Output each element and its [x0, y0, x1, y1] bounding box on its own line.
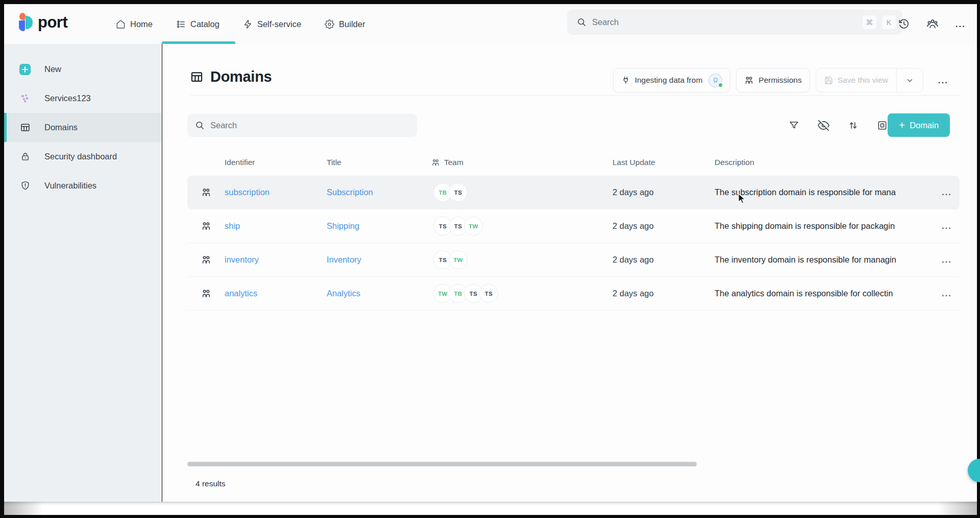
sidebar-domains-label: Domains	[44, 123, 78, 132]
frame-border	[0, 0, 980, 4]
team-avatar: TS	[449, 183, 468, 202]
last-update-cell: 2 days ago	[612, 255, 715, 265]
domains-table-icon	[190, 70, 204, 84]
table-row[interactable]: ship Shipping TSTSTW 2 days ago The ship…	[187, 209, 960, 243]
table-search-input[interactable]	[210, 121, 409, 130]
row-more-icon[interactable]: ...	[934, 188, 960, 197]
sidebar-item-domains[interactable]: Domains	[4, 113, 161, 142]
permissions-label: Permissions	[758, 76, 801, 85]
port-logo[interactable]: port	[19, 13, 67, 32]
command-key: ⌘	[863, 15, 876, 29]
frame-border	[0, 0, 4, 518]
identifier-link[interactable]: subscription	[225, 187, 327, 197]
sort-icon[interactable]	[848, 120, 859, 131]
last-update-cell: 2 days ago	[612, 289, 715, 298]
team-cell: TWTBTSTS	[431, 284, 612, 303]
main-nav: Home Catalog Self-service Builder	[116, 4, 365, 44]
lock-icon	[19, 151, 31, 162]
domain-blueprint-icon	[187, 221, 225, 231]
logo-text: port	[38, 13, 67, 32]
add-domain-button[interactable]: + Domain	[888, 113, 950, 137]
search-icon	[577, 17, 586, 27]
table-icon	[19, 122, 31, 133]
table-row[interactable]: subscription Subscription TBTS 2 days ag…	[187, 176, 960, 209]
sidebar: New Services123 Domains Security dashboa…	[4, 44, 162, 502]
team-cell: TSTW	[431, 250, 612, 269]
status-dot	[718, 82, 723, 88]
nav-home-label: Home	[130, 19, 153, 29]
permissions-button[interactable]: Permissions	[736, 68, 810, 92]
results-count: 4 results	[195, 479, 226, 488]
team-cell: TSTSTW	[431, 217, 612, 236]
ingesting-data-label: Ingesting data from	[635, 76, 703, 85]
ingesting-data-button[interactable]: Ingesting data from	[613, 68, 731, 92]
horizontal-scrollbar[interactable]	[187, 462, 697, 466]
frame-border	[977, 0, 980, 518]
active-tab-indicator	[162, 41, 235, 44]
table-search[interactable]	[187, 114, 417, 137]
identifier-link[interactable]: analytics	[225, 289, 327, 298]
topbar-more-icon[interactable]: ...	[955, 20, 966, 29]
description-cell: The inventory domain is responsible for …	[715, 255, 934, 265]
top-bar: port Home Catalog Self-service Builder	[4, 4, 977, 44]
search-icon	[195, 121, 205, 130]
nav-builder[interactable]: Builder	[325, 4, 365, 44]
column-header-identifier[interactable]: Identifier	[225, 158, 327, 167]
global-search-input[interactable]	[592, 17, 857, 27]
title-link[interactable]: Shipping	[327, 221, 431, 231]
sidebar-vulnerabilities-label: Vulnerabilities	[44, 181, 96, 191]
column-header-title[interactable]: Title	[327, 158, 431, 167]
team-avatar: TW	[449, 250, 468, 269]
people-icon[interactable]	[926, 18, 939, 30]
domain-blueprint-icon	[187, 255, 225, 265]
home-icon	[116, 19, 126, 29]
shield-icon	[19, 180, 31, 191]
nav-catalog[interactable]: Catalog	[176, 4, 219, 44]
mouse-cursor-icon	[737, 193, 747, 204]
filter-icon[interactable]	[789, 120, 799, 131]
title-link[interactable]: Inventory	[327, 255, 431, 265]
history-icon[interactable]	[898, 18, 910, 30]
title-link[interactable]: Subscription	[327, 187, 431, 197]
domain-blueprint-icon	[187, 187, 225, 198]
last-update-cell: 2 days ago	[612, 187, 715, 197]
row-more-icon[interactable]: ...	[934, 289, 960, 298]
group-by-icon[interactable]	[877, 120, 888, 131]
identifier-link[interactable]: inventory	[225, 255, 327, 265]
last-update-cell: 2 days ago	[612, 221, 715, 231]
nav-catalog-label: Catalog	[190, 19, 219, 29]
page-more-icon[interactable]: ...	[936, 73, 950, 88]
sidebar-item-new[interactable]: New	[4, 55, 161, 84]
sidebar-security-dashboard-label: Security dashboard	[44, 152, 117, 161]
save-view-button[interactable]: Save this view	[816, 68, 896, 92]
services-cluster-icon	[19, 93, 31, 104]
lightning-icon	[243, 19, 253, 29]
identifier-link[interactable]: ship	[225, 221, 327, 231]
row-more-icon[interactable]: ...	[934, 255, 960, 264]
nav-self-service-label: Self-service	[257, 19, 301, 29]
add-domain-label: Domain	[910, 121, 939, 130]
nav-self-service[interactable]: Self-service	[243, 4, 301, 44]
team-avatar: TW	[464, 217, 483, 236]
title-link[interactable]: Analytics	[327, 289, 431, 298]
nav-builder-label: Builder	[339, 19, 365, 29]
column-header-team[interactable]: Team	[431, 158, 612, 167]
sidebar-item-vulnerabilities[interactable]: Vulnerabilities	[4, 171, 161, 200]
eye-off-icon[interactable]	[818, 120, 829, 131]
row-more-icon[interactable]: ...	[934, 222, 960, 230]
team-avatar: TS	[479, 284, 498, 303]
save-view-dropdown[interactable]	[897, 68, 923, 92]
sidebar-item-services123[interactable]: Services123	[4, 84, 161, 113]
global-search[interactable]: ⌘ K	[567, 10, 902, 35]
sidebar-item-security-dashboard[interactable]: Security dashboard	[4, 142, 161, 171]
nav-home[interactable]: Home	[116, 4, 153, 44]
column-header-description[interactable]: Description	[715, 158, 934, 167]
description-cell: The subscription domain is responsible f…	[715, 187, 934, 197]
table-row[interactable]: inventory Inventory TSTW 2 days ago The …	[187, 243, 960, 277]
plus-icon: +	[899, 120, 905, 130]
description-cell: The shipping domain is responsible for p…	[715, 221, 934, 231]
plus-icon	[19, 64, 31, 75]
table-row[interactable]: analytics Analytics TWTBTSTS 2 days ago …	[187, 277, 960, 311]
divider	[190, 95, 960, 96]
column-header-last-update[interactable]: Last Update	[612, 158, 715, 167]
